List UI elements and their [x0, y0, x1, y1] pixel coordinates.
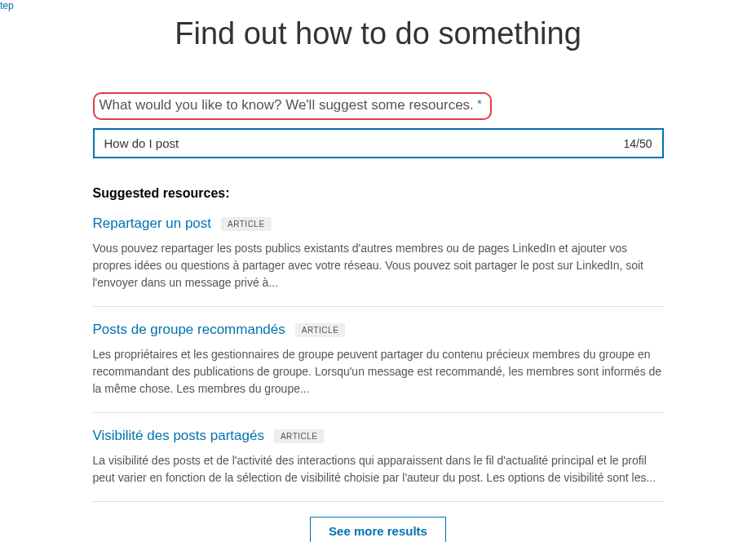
- result-type-badge: ARTICLE: [274, 429, 325, 443]
- result-title-link[interactable]: Visibilité des posts partagés: [93, 428, 264, 444]
- main-container: Find out how to do something What would …: [69, 16, 688, 542]
- result-type-badge: ARTICLE: [295, 323, 346, 337]
- result-title-row: Repartager un post ARTICLE: [93, 215, 664, 232]
- result-type-badge: ARTICLE: [221, 217, 272, 231]
- result-description: Vous pouvez repartager les posts publics…: [93, 240, 664, 291]
- result-description: La visibilité des posts et de l'activité…: [93, 452, 664, 486]
- result-item: Posts de groupe recommandés ARTICLE Les …: [93, 322, 664, 413]
- char-counter: 14/50: [623, 137, 652, 150]
- question-label-highlight: What would you like to know? We'll sugge…: [93, 92, 492, 120]
- result-description: Les propriétaires et les gestionnaires d…: [93, 346, 664, 398]
- top-step-link[interactable]: tep: [0, 0, 14, 11]
- required-asterisk: *: [477, 97, 481, 110]
- question-label: What would you like to know? We'll sugge…: [99, 97, 474, 113]
- suggested-resources-heading: Suggested resources:: [93, 186, 664, 201]
- search-input-box[interactable]: 14/50: [93, 128, 664, 158]
- see-more-button[interactable]: See more results: [310, 517, 446, 542]
- see-more-wrapper: See more results: [93, 517, 664, 542]
- result-title-link[interactable]: Repartager un post: [93, 215, 212, 232]
- page-title: Find out how to do something: [93, 16, 664, 51]
- result-title-row: Posts de groupe recommandés ARTICLE: [93, 322, 664, 338]
- result-title-link[interactable]: Posts de groupe recommandés: [93, 322, 285, 338]
- result-title-row: Visibilité des posts partagés ARTICLE: [93, 428, 664, 444]
- result-item: Visibilité des posts partagés ARTICLE La…: [93, 428, 664, 502]
- result-item: Repartager un post ARTICLE Vous pouvez r…: [93, 215, 664, 307]
- search-input[interactable]: [104, 136, 616, 150]
